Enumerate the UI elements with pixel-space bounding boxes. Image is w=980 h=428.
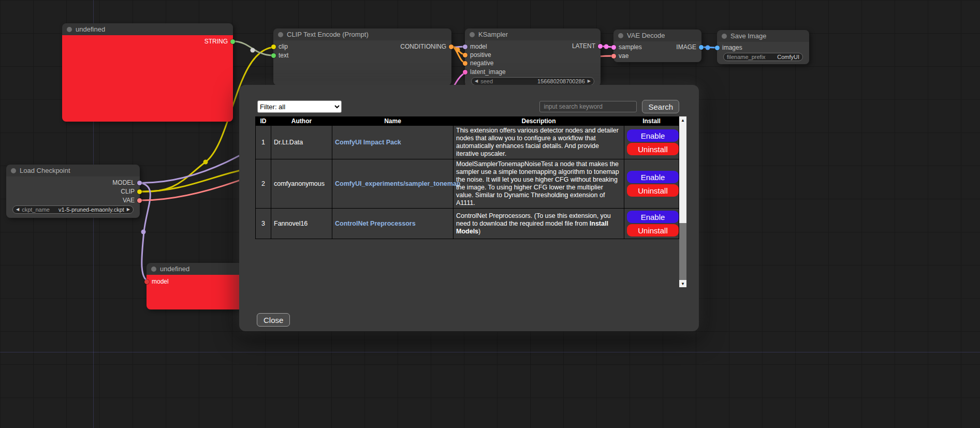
enable-button[interactable]: Enable bbox=[627, 211, 679, 223]
seed-widget[interactable]: ◀ seed 156680208700286 ▶ bbox=[471, 77, 594, 85]
negative-input-pin[interactable] bbox=[463, 61, 467, 66]
samples-input-pin[interactable] bbox=[611, 45, 616, 50]
model-input-pin[interactable] bbox=[144, 279, 149, 284]
node-collapse-dot[interactable] bbox=[67, 27, 72, 32]
node-header[interactable]: undefined bbox=[62, 23, 233, 35]
search-button[interactable]: Search bbox=[642, 100, 679, 113]
widget-label: ckpt_name bbox=[22, 206, 50, 213]
enable-button[interactable]: Enable bbox=[627, 171, 679, 183]
header-install: Install bbox=[624, 117, 679, 126]
clip-output-pin[interactable] bbox=[137, 189, 142, 194]
node-collapse-dot[interactable] bbox=[722, 34, 727, 39]
cell-name: ControlNet Preprocessors bbox=[332, 209, 454, 239]
output-label: CLIP bbox=[121, 188, 135, 195]
filename-prefix-widget[interactable]: filename_prefix ComfyUI bbox=[723, 53, 803, 61]
node-ksampler[interactable]: KSampler model positive negative latent_… bbox=[465, 28, 601, 86]
node-collapse-dot[interactable] bbox=[470, 32, 475, 37]
output-slot-image: IMAGE bbox=[676, 43, 704, 51]
input-label: positive bbox=[470, 51, 491, 58]
output-label: CONDITIONING bbox=[400, 43, 446, 50]
table-scrollbar[interactable]: ▲ ▼ bbox=[679, 116, 686, 287]
input-label: model bbox=[470, 43, 487, 50]
prev-arrow-icon[interactable]: ◀ bbox=[16, 205, 19, 214]
node-save-image[interactable]: Save Image images filename_prefix ComfyU… bbox=[717, 30, 809, 64]
input-slot-images: images bbox=[715, 44, 742, 51]
uninstall-button[interactable]: Uninstall bbox=[627, 184, 679, 197]
header-name: Name bbox=[332, 117, 454, 126]
output-label: MODEL bbox=[112, 179, 135, 186]
extension-link[interactable]: ComfyUI_experiments/sampler_tonemap bbox=[335, 180, 460, 187]
clip-input-pin[interactable] bbox=[271, 45, 276, 49]
uninstall-button[interactable]: Uninstall bbox=[627, 143, 679, 155]
vae-output-pin[interactable] bbox=[137, 198, 142, 203]
ckpt-name-widget[interactable]: ◀ ckpt_name v1-5-pruned-emaonly.ckpt ▶ bbox=[12, 205, 134, 214]
input-label: images bbox=[722, 44, 742, 51]
conditioning-output-pin[interactable] bbox=[449, 45, 454, 49]
model-output-pin[interactable] bbox=[137, 181, 142, 185]
output-label: VAE bbox=[123, 197, 135, 204]
graph-canvas[interactable]: undefined STRING CLIP Text Encode (Promp… bbox=[0, 0, 980, 428]
node-header[interactable]: CLIP Text Encode (Prompt) bbox=[273, 28, 451, 40]
output-slot-vae: VAE bbox=[123, 197, 142, 204]
images-input-pin[interactable] bbox=[715, 46, 720, 50]
next-arrow-icon[interactable]: ▶ bbox=[127, 205, 130, 214]
input-label: clip bbox=[279, 43, 288, 50]
node-title: undefined bbox=[160, 265, 189, 273]
header-author: Author bbox=[271, 117, 332, 126]
input-slot-negative: negative bbox=[463, 60, 493, 67]
search-input[interactable] bbox=[539, 101, 637, 112]
model-input-pin[interactable] bbox=[463, 45, 467, 49]
input-slot-text: text bbox=[271, 52, 288, 59]
node-collapse-dot[interactable] bbox=[618, 33, 623, 38]
node-body: clip text CONDITIONING bbox=[273, 40, 451, 85]
enable-button[interactable]: Enable bbox=[627, 129, 679, 142]
wire-dot-conditioning bbox=[456, 48, 460, 52]
input-slot-positive: positive bbox=[463, 51, 491, 58]
positive-input-pin[interactable] bbox=[463, 53, 467, 57]
output-label: LATENT bbox=[572, 42, 595, 50]
node-collapse-dot[interactable] bbox=[11, 168, 16, 173]
close-button[interactable]: Close bbox=[257, 313, 290, 327]
scrollbar-track[interactable] bbox=[679, 223, 686, 280]
node-collapse-dot[interactable] bbox=[151, 267, 156, 272]
node-clip-text-encode[interactable]: CLIP Text Encode (Prompt) clip text COND… bbox=[273, 28, 451, 85]
output-slot-clip: CLIP bbox=[121, 188, 142, 195]
extension-link[interactable]: ComfyUI Impact Pack bbox=[335, 139, 401, 146]
node-undefined-top[interactable]: undefined STRING bbox=[62, 23, 233, 122]
table-row: 1 Dr.Lt.Data ComfyUI Impact Pack This ex… bbox=[256, 126, 679, 159]
scroll-up-icon[interactable]: ▲ bbox=[679, 116, 686, 124]
uninstall-button[interactable]: Uninstall bbox=[627, 224, 679, 237]
vae-input-pin[interactable] bbox=[611, 54, 616, 58]
node-body: model positive negative latent_image LAT… bbox=[465, 40, 601, 86]
string-output-pin[interactable] bbox=[230, 39, 235, 44]
wire-dot-model bbox=[141, 230, 146, 234]
image-output-pin[interactable] bbox=[699, 45, 704, 50]
node-title: KSampler bbox=[478, 31, 508, 38]
node-vae-decode[interactable]: VAE Decode samples vae IMAGE bbox=[613, 29, 701, 62]
cell-id: 3 bbox=[256, 209, 271, 239]
latent-image-input-pin[interactable] bbox=[463, 70, 467, 75]
prev-arrow-icon[interactable]: ◀ bbox=[475, 77, 478, 85]
widget-label: filename_prefix bbox=[727, 54, 766, 60]
node-header[interactable]: VAE Decode bbox=[613, 29, 701, 41]
cell-author: Dr.Lt.Data bbox=[271, 126, 332, 159]
next-arrow-icon[interactable]: ▶ bbox=[588, 77, 591, 85]
scrollbar-thumb[interactable] bbox=[679, 124, 686, 223]
extension-table-wrap: ID Author Name Description Install 1 Dr.… bbox=[255, 116, 686, 287]
extension-link[interactable]: ControlNet Preprocessors bbox=[335, 220, 416, 227]
latent-output-pin[interactable] bbox=[598, 44, 603, 49]
cell-author: comfyanonymous bbox=[271, 159, 332, 209]
table-header-row: ID Author Name Description Install bbox=[256, 117, 679, 126]
cell-name: ComfyUI_experiments/sampler_tonemap bbox=[332, 159, 454, 209]
node-load-checkpoint[interactable]: Load Checkpoint MODEL CLIP VAE ◀ ckpt_na… bbox=[6, 165, 140, 218]
widget-label: seed bbox=[480, 78, 493, 84]
node-header[interactable]: Load Checkpoint bbox=[6, 165, 140, 176]
cell-id: 2 bbox=[256, 159, 271, 209]
filter-select[interactable]: Filter: all bbox=[257, 100, 342, 113]
text-input-pin[interactable] bbox=[271, 53, 276, 58]
node-header[interactable]: Save Image bbox=[717, 30, 809, 42]
node-collapse-dot[interactable] bbox=[278, 32, 283, 37]
node-header[interactable]: KSampler bbox=[465, 28, 601, 40]
input-slot-latent-image: latent_image bbox=[463, 68, 506, 76]
scroll-down-icon[interactable]: ▼ bbox=[679, 280, 686, 287]
